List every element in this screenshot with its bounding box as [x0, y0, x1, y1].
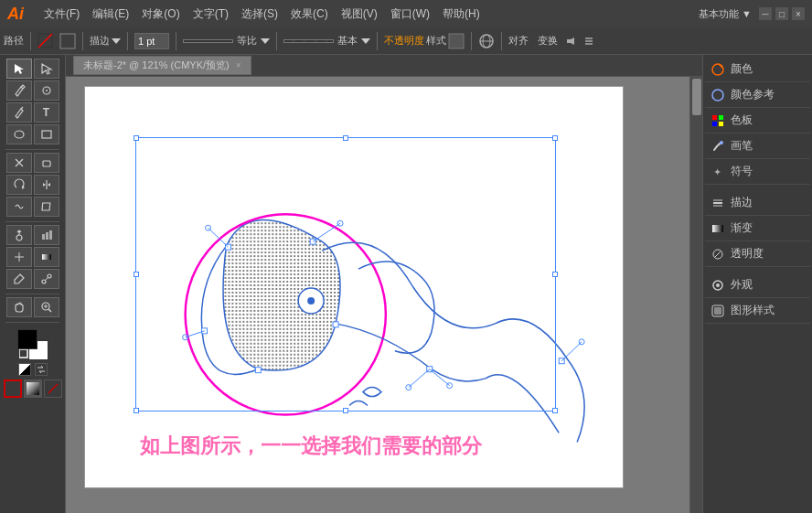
artboard: 如上图所示，一一选择我们需要的部分: [84, 86, 624, 488]
brushes-icon: [710, 139, 725, 154]
svg-rect-20: [42, 131, 51, 138]
column-graph-tool[interactable]: [34, 225, 59, 245]
reflect-tool[interactable]: [34, 175, 59, 195]
fill-mode-button[interactable]: [4, 379, 22, 398]
tool-row-11: [2, 297, 63, 317]
svg-rect-44: [27, 382, 39, 395]
panel-gradient[interactable]: 渐变: [705, 216, 810, 241]
vertical-scroll-thumb[interactable]: [692, 79, 701, 115]
toolbar-separator-4: [176, 32, 176, 50]
basic-label: 基本: [337, 34, 358, 48]
gradient-tool[interactable]: [34, 247, 59, 267]
swap-colors-button[interactable]: [35, 363, 48, 376]
speaker-icon: [565, 36, 576, 47]
tab-close-button[interactable]: ×: [236, 60, 241, 70]
panel-appearance[interactable]: 外观: [705, 273, 810, 298]
svg-rect-30: [42, 234, 45, 240]
menu-file[interactable]: 文件(F): [38, 5, 85, 24]
menu-text[interactable]: 文字(T): [187, 5, 234, 24]
panel-gradient-label: 渐变: [731, 220, 753, 236]
anchor-tool[interactable]: [34, 80, 59, 101]
gradient-mode-button[interactable]: [24, 379, 42, 398]
svg-line-65: [409, 369, 430, 388]
tool-row-9: [2, 247, 63, 267]
svg-point-17: [46, 90, 48, 91]
symbol-sprayer-tool[interactable]: [6, 225, 32, 245]
opacity-control[interactable]: 不透明度 样式: [384, 33, 465, 49]
color-panel-icon: [710, 62, 725, 77]
transform-options[interactable]: [565, 36, 576, 47]
stroke-width-input[interactable]: [134, 33, 169, 49]
zoom-tool[interactable]: [34, 297, 59, 317]
panel-symbols[interactable]: ✦ 符号: [705, 159, 810, 185]
opacity-label: 不透明度: [384, 34, 424, 48]
menu-select[interactable]: 选择(S): [236, 5, 283, 24]
document-tab[interactable]: 未标题-2* @ 121% (CMYK/预览) ×: [73, 56, 251, 75]
eraser-tool[interactable]: [34, 153, 59, 173]
rectangle-tool[interactable]: [34, 124, 59, 144]
tool-separator-3: [5, 294, 59, 294]
svg-rect-52: [202, 328, 208, 334]
panel-swatches[interactable]: 色板: [705, 108, 810, 134]
panel-color[interactable]: 颜色: [705, 57, 810, 82]
tool-separator-2: [5, 221, 59, 222]
menu-view[interactable]: 视图(V): [336, 5, 383, 24]
menu-object[interactable]: 对象(O): [136, 5, 185, 24]
stroke-line-preview: 等比: [183, 34, 270, 48]
stroke-indicator-icon: [19, 349, 28, 358]
free-transform-tool[interactable]: [34, 197, 59, 217]
hand-tool[interactable]: [6, 297, 32, 317]
svg-point-63: [579, 339, 584, 345]
more-options[interactable]: [583, 36, 594, 47]
type-tool[interactable]: T: [34, 102, 59, 123]
close-button[interactable]: ×: [792, 7, 805, 20]
foreground-background-colors[interactable]: [17, 329, 48, 360]
toolbar-separator-6: [377, 32, 378, 50]
none-mode-button[interactable]: [44, 379, 62, 398]
ellipse-tool[interactable]: [6, 124, 32, 144]
rotate-tool[interactable]: [6, 175, 32, 195]
panel-color-guide[interactable]: 颜色参考: [705, 82, 810, 108]
tool-row-1: [2, 59, 63, 79]
menu-edit[interactable]: 编辑(E): [87, 5, 134, 24]
menu-bar[interactable]: 文件(F) 编辑(E) 对象(O) 文字(T) 选择(S) 效果(C) 视图(V…: [38, 5, 486, 24]
stroke-mode[interactable]: 描边: [90, 34, 121, 48]
warp-tool[interactable]: [6, 197, 32, 217]
blend-tool[interactable]: [34, 269, 59, 289]
svg-rect-54: [333, 322, 338, 327]
pen-tool[interactable]: [6, 80, 32, 101]
maximize-button[interactable]: □: [775, 7, 788, 20]
artwork-canvas: [85, 87, 623, 487]
svg-rect-2: [60, 34, 75, 48]
canvas-viewport[interactable]: 如上图所示，一一选择我们需要的部分: [66, 77, 702, 513]
mesh-tool[interactable]: [6, 247, 32, 267]
panel-transparency[interactable]: 透明度: [705, 241, 810, 267]
selection-tool[interactable]: [6, 59, 32, 79]
pencil-tool[interactable]: [6, 102, 32, 123]
minimize-button[interactable]: ─: [759, 7, 772, 20]
workspace-selector[interactable]: 基本功能 ▼: [699, 7, 752, 21]
stroke-panel-icon: [710, 196, 725, 210]
direct-selection-tool[interactable]: [34, 59, 59, 79]
title-bar: Ai 文件(F) 编辑(E) 对象(O) 文字(T) 选择(S) 效果(C) 视…: [0, 0, 812, 27]
panel-brushes-label: 画笔: [731, 138, 753, 154]
panel-stroke[interactable]: 描边: [705, 190, 810, 216]
svg-text:✦: ✦: [713, 166, 721, 177]
eyedropper-tool[interactable]: [6, 269, 32, 289]
default-colors-button[interactable]: [18, 363, 31, 376]
menu-effect[interactable]: 效果(C): [285, 5, 334, 24]
vertical-scrollbar[interactable]: [689, 77, 702, 513]
globe-icon-btn[interactable]: [478, 33, 495, 49]
menu-help[interactable]: 帮助(H): [437, 5, 486, 24]
panel-graphic-styles-label: 图形样式: [731, 303, 775, 318]
window-controls[interactable]: ─ □ ×: [759, 7, 805, 20]
tool-row-8: [2, 225, 63, 245]
panel-brushes[interactable]: 画笔: [705, 134, 810, 159]
foreground-color-box[interactable]: [17, 329, 37, 349]
stroke-color-picker[interactable]: [37, 33, 76, 49]
panel-graphic-styles[interactable]: 图形样式: [705, 298, 810, 324]
menu-window[interactable]: 窗口(W): [385, 5, 435, 24]
svg-rect-53: [255, 368, 261, 373]
scissors-tool[interactable]: [6, 153, 32, 173]
graphic-styles-icon: [710, 304, 725, 318]
